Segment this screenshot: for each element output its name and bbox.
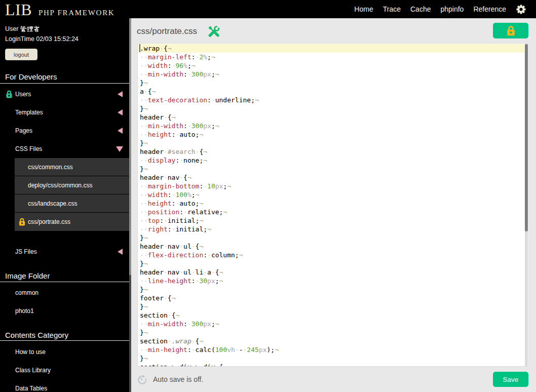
code-token: ¬ (255, 96, 259, 104)
code-token: vh (227, 346, 235, 354)
code-line[interactable]: }¬ (138, 285, 525, 294)
sidebar-item-templates[interactable]: Templates (0, 103, 131, 122)
code-line[interactable]: header·{¬ (138, 113, 525, 122)
code-token: ·· (140, 225, 148, 233)
code-token: ·· (140, 96, 148, 104)
code-line[interactable]: ··margin-bottom:·10px;¬ (138, 182, 525, 190)
code-line[interactable]: header·nav·ul·li·a·{¬ (138, 268, 525, 277)
code-line[interactable]: ··display:·none;¬ (138, 156, 525, 165)
sidebar-item-css-files[interactable]: CSS Files (0, 140, 131, 158)
code-line[interactable]: }¬ (138, 79, 525, 87)
code-line[interactable]: ··right:·initial;¬ (138, 225, 525, 233)
code-line[interactable]: ··width:·96%;¬ (138, 61, 525, 70)
lock-button[interactable] (493, 23, 528, 38)
code-line[interactable]: ··width:·100%;¬ (138, 190, 525, 199)
code-line[interactable]: ··position:·relative;¬ (138, 208, 525, 216)
code-line[interactable]: footer·{¬ (138, 294, 525, 302)
code-line[interactable]: }¬ (138, 302, 525, 311)
code-token: ·· (140, 156, 148, 164)
expanded-arrow-icon (116, 146, 123, 152)
code-token: min-width (148, 70, 183, 78)
code-token: ¬ (203, 148, 207, 155)
code-line[interactable]: }¬ (138, 233, 525, 242)
editor-scrollbar-thumb[interactable] (525, 44, 528, 231)
code-line[interactable]: ··min-width:·300px;¬ (138, 70, 525, 79)
code-line[interactable]: ··top:·initial;¬ (138, 216, 525, 225)
nav-link-phpinfo[interactable]: phpinfo (440, 5, 464, 13)
code-content: .wrap·{¬··margin-left:·2%;¬··width:·96%;… (138, 44, 525, 367)
code-token: relative; (187, 208, 223, 216)
code-token: #search (168, 148, 196, 155)
code-line[interactable]: header·#search·{¬ (138, 147, 525, 156)
code-token: position (148, 208, 180, 216)
sidebar-item-js-files[interactable]: JS Files (0, 243, 131, 261)
code-token: ¬ (227, 182, 231, 190)
code-line[interactable]: a·{¬ (138, 87, 525, 96)
code-line[interactable]: header·nav·ul·{¬ (138, 242, 525, 251)
code-line[interactable]: section·.wrap·{¬ (138, 337, 525, 345)
brand-logo: LIB PHP FRAMEWORK (5, 2, 114, 18)
code-token: div (203, 363, 215, 367)
code-token: ·· (140, 217, 148, 224)
gear-icon[interactable] (516, 4, 526, 15)
sidebar-subitem-css-portrate-css[interactable]: css/portrate.css (15, 213, 131, 231)
code-token: right (148, 225, 168, 233)
nav-link-home[interactable]: Home (354, 5, 373, 13)
code-line[interactable]: ··min-height:·calc(100vh·-·245px);¬ (138, 345, 525, 354)
code-token: · (192, 363, 196, 367)
code-line[interactable]: ··height:·auto;¬ (138, 130, 525, 139)
code-token: min-width (148, 122, 183, 130)
sidebar-heading: Contents Category (0, 330, 131, 342)
nav-link-trace[interactable]: Trace (383, 5, 401, 13)
code-line[interactable]: ··min-width:·300px;¬ (138, 122, 525, 130)
sidebar-item-photo1[interactable]: photo1 (0, 302, 131, 320)
sidebar-item-how-to-use[interactable]: How to use (0, 343, 131, 361)
brand-subtitle: PHP FRAMEWORK (39, 9, 114, 17)
code-token: ¬ (199, 200, 203, 207)
code-line[interactable]: ··flex-direction:·column;¬ (138, 251, 525, 259)
code-line[interactable]: }¬ (138, 354, 525, 363)
tools-icon[interactable] (207, 25, 221, 40)
nav-link-cache[interactable]: Cache (410, 5, 431, 13)
code-token: · (192, 337, 196, 345)
code-line[interactable]: ··height:·auto;¬ (138, 199, 525, 208)
sidebar-item-common[interactable]: common (0, 284, 131, 302)
code-token: · (144, 88, 148, 95)
code-token: · (164, 113, 168, 121)
sidebar-item-data-tables[interactable]: Data Tables (0, 379, 131, 392)
code-line[interactable]: section·>·div·>·div·{¬ (138, 363, 525, 367)
code-token: ; (211, 320, 215, 328)
code-editor[interactable]: .wrap·{¬··margin-left:·2%;¬··width:·96%;… (137, 43, 529, 367)
sidebar-subitem-css-landscape-css[interactable]: css/landscape.css (15, 194, 131, 213)
nav-link-reference[interactable]: Reference (473, 5, 506, 13)
sidebar-subitem-css-common-css[interactable]: css/common.css (15, 158, 131, 176)
sidebar-item-class-library[interactable]: Class Library (0, 361, 131, 379)
code-token: 100 (175, 191, 187, 199)
code-line[interactable]: ··min-width:·300px;¬ (138, 320, 525, 328)
code-line[interactable]: }¬ (138, 165, 525, 173)
code-line[interactable]: ··text-decoration:·underline;¬ (138, 96, 525, 104)
code-line[interactable]: }¬ (138, 259, 525, 268)
code-line[interactable]: }¬ (138, 139, 525, 147)
code-token: a (207, 268, 211, 276)
save-button[interactable]: Save (493, 372, 528, 387)
code-line[interactable]: section·{¬ (138, 311, 525, 320)
code-line[interactable]: ··margin-left:·2%;¬ (138, 53, 525, 61)
lock-icon (6, 90, 12, 98)
code-line[interactable]: }¬ (138, 328, 525, 337)
sidebar-subitem-deploy-css-common-css[interactable]: deploy/css/common.css (15, 176, 131, 194)
sidebar-item-pages[interactable]: Pages (0, 122, 131, 140)
code-token: display (148, 156, 176, 164)
code-token: ¬ (144, 105, 148, 112)
code-line[interactable]: .wrap·{¬ (138, 44, 525, 53)
code-token: ul (183, 243, 192, 250)
code-line[interactable]: ··line-height:·30px;¬ (138, 277, 525, 285)
code-line[interactable]: header·nav·{¬ (138, 173, 525, 182)
logout-button[interactable]: logout (5, 49, 37, 60)
code-token: · (187, 70, 192, 78)
code-token: · (192, 243, 196, 250)
code-token: · (164, 217, 168, 224)
code-line[interactable]: }¬ (138, 104, 525, 113)
editor-scrollbar[interactable] (524, 44, 528, 366)
sidebar-item-users[interactable]: Users (0, 85, 131, 103)
